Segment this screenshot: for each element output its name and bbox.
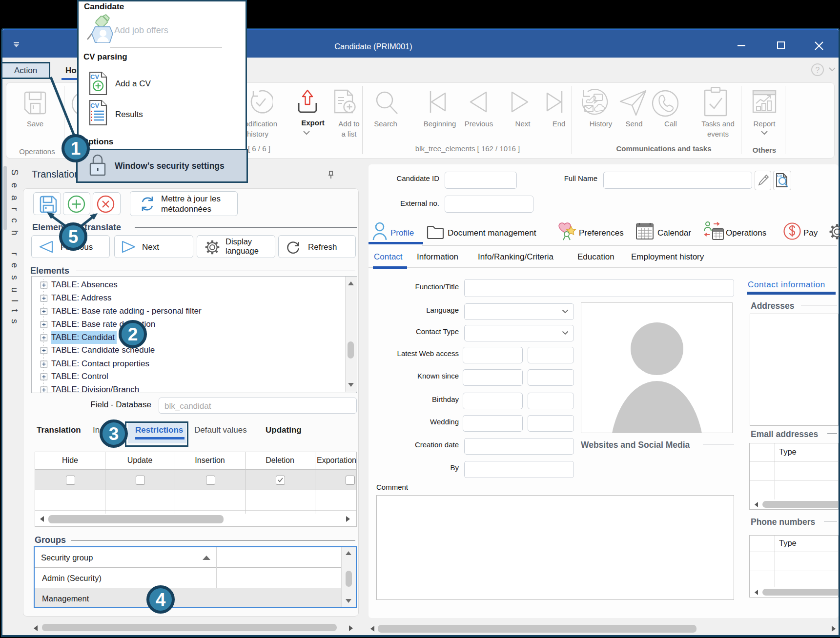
svg-text:CV: CV	[90, 102, 99, 109]
svg-text:?: ?	[816, 66, 820, 74]
svg-text:CV: CV	[90, 73, 99, 80]
